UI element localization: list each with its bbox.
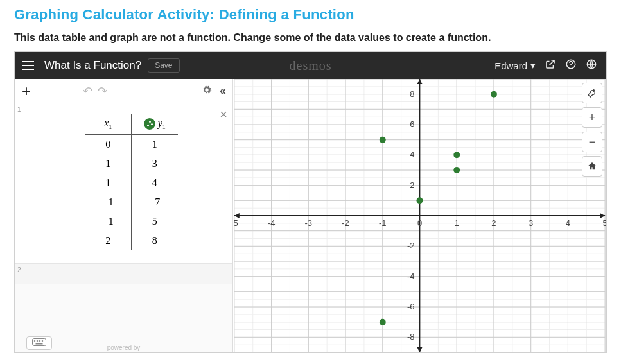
expression-row-1[interactable]: 1 × x1 y1 011314−1−7−1528 (15, 103, 232, 264)
zoom-in-button[interactable]: + (582, 107, 602, 128)
table-row: −1−7 (85, 193, 178, 212)
help-icon (565, 58, 577, 70)
svg-marker-98 (600, 213, 605, 218)
series-color-icon[interactable] (144, 118, 155, 130)
language-button[interactable] (586, 58, 597, 73)
menu-button[interactable] (15, 52, 42, 79)
home-icon (587, 161, 597, 171)
svg-point-126 (491, 91, 497, 98)
svg-text:4: 4 (410, 150, 414, 159)
table-cell-y[interactable]: 3 (132, 154, 178, 173)
svg-text:0: 0 (417, 218, 422, 228)
svg-point-6 (42, 340, 43, 342)
svg-text:-4: -4 (407, 272, 415, 281)
row-number: 2 (17, 266, 21, 273)
gear-icon (202, 85, 212, 95)
save-button[interactable]: Save (148, 58, 179, 73)
svg-text:-4: -4 (268, 218, 276, 228)
page-title: Graphing Calculator Activity: Defining a… (14, 6, 607, 23)
svg-marker-101 (417, 347, 423, 352)
settings-button[interactable] (202, 85, 212, 98)
calculator-app: What Is a Function? Save desmos Edward ▾ (14, 51, 607, 353)
svg-marker-100 (417, 79, 423, 84)
svg-point-121 (417, 197, 423, 204)
topbar: What Is a Function? Save desmos Edward ▾ (15, 52, 606, 79)
table-cell-x[interactable]: 1 (85, 173, 132, 193)
hamburger-icon (22, 61, 34, 70)
svg-text:4: 4 (566, 218, 570, 228)
caret-down-icon: ▾ (530, 60, 536, 71)
svg-text:-1: -1 (379, 218, 387, 228)
svg-point-123 (453, 152, 460, 158)
svg-point-122 (453, 167, 460, 173)
svg-text:-8: -8 (407, 332, 415, 342)
graph-canvas[interactable]: -5-4-3-2-1012345-8-6-4-22468 (233, 79, 606, 352)
wrench-icon (587, 88, 597, 98)
svg-text:2: 2 (491, 218, 496, 228)
zoom-out-button[interactable]: − (582, 132, 602, 152)
brand-logo: desmos (290, 58, 332, 73)
table-row: −15 (85, 212, 178, 231)
home-button[interactable] (582, 156, 602, 177)
svg-text:-2: -2 (342, 218, 349, 228)
user-name: Edward (494, 60, 527, 71)
svg-text:8: 8 (410, 89, 414, 99)
table-cell-x[interactable]: −1 (85, 212, 132, 231)
document-title: What Is a Function? (44, 59, 141, 72)
table-cell-x[interactable]: 0 (85, 135, 132, 155)
svg-text:-6: -6 (407, 302, 415, 311)
globe-icon (586, 58, 597, 70)
svg-point-4 (37, 340, 38, 342)
svg-text:2: 2 (410, 180, 414, 190)
svg-text:5: 5 (603, 218, 606, 228)
table-row: 28 (85, 231, 178, 250)
table-cell-x[interactable]: −1 (85, 193, 132, 212)
share-button[interactable] (545, 58, 556, 73)
svg-point-3 (34, 340, 35, 342)
redo-button[interactable]: ↷ (98, 84, 107, 98)
table-row: 14 (85, 173, 178, 193)
svg-text:3: 3 (529, 218, 533, 228)
graph-settings-button[interactable] (582, 83, 602, 103)
row-number: 1 (17, 106, 21, 113)
instructions: This data table and graph are not a func… (14, 32, 607, 44)
collapse-sidebar-button[interactable]: « (220, 84, 226, 98)
delete-row-button[interactable]: × (220, 107, 227, 122)
svg-point-124 (380, 319, 386, 325)
table-row: 13 (85, 154, 178, 173)
add-expression-button[interactable]: + (15, 82, 38, 100)
table-cell-y[interactable]: 8 (132, 231, 178, 250)
svg-text:6: 6 (410, 119, 414, 129)
graph-area[interactable]: -5-4-3-2-1012345-8-6-4-22468 + − (233, 79, 606, 352)
table-cell-y[interactable]: −7 (132, 193, 178, 212)
data-table[interactable]: x1 y1 011314−1−7−1528 (85, 114, 178, 250)
table-cell-x[interactable]: 1 (85, 154, 132, 173)
share-icon (545, 58, 556, 70)
table-cell-x[interactable]: 2 (85, 231, 132, 250)
x-column-header[interactable]: x1 (85, 114, 132, 135)
svg-text:-5: -5 (233, 218, 238, 228)
expression-sidebar: + ↶ ↷ « 1 × (15, 79, 233, 352)
help-button[interactable] (565, 58, 577, 73)
y-column-header[interactable]: y1 (132, 114, 178, 135)
sidebar-toolbar: + ↶ ↷ « (15, 79, 232, 103)
svg-point-125 (380, 137, 386, 143)
table-cell-y[interactable]: 1 (132, 135, 178, 155)
table-cell-y[interactable]: 4 (132, 173, 178, 193)
svg-text:-3: -3 (305, 218, 313, 228)
svg-text:1: 1 (455, 218, 459, 228)
undo-button[interactable]: ↶ (83, 84, 92, 98)
svg-text:-2: -2 (407, 241, 415, 250)
user-menu[interactable]: Edward ▾ (494, 60, 536, 71)
expression-row-2[interactable]: 2 (15, 264, 232, 284)
svg-marker-99 (234, 213, 240, 218)
table-cell-y[interactable]: 5 (132, 212, 178, 231)
table-row: 01 (85, 135, 178, 155)
svg-point-5 (39, 340, 40, 342)
powered-by-label: powered by (15, 344, 232, 351)
